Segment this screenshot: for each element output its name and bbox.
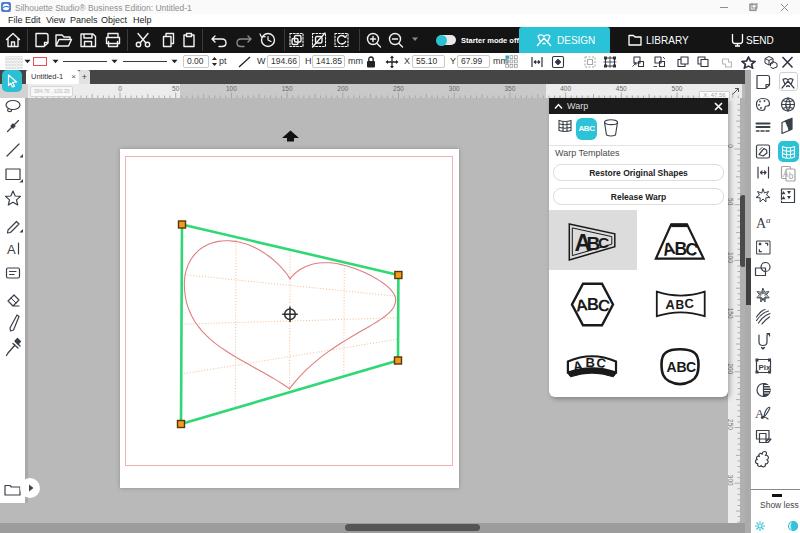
svg-text:400: 400 bbox=[560, 85, 571, 92]
svg-text:A: A bbox=[755, 406, 765, 421]
svg-text:B: B bbox=[676, 298, 685, 312]
svg-text:A: A bbox=[7, 242, 16, 257]
svg-text:C: C bbox=[684, 296, 695, 312]
svg-text:250: 250 bbox=[393, 85, 404, 92]
svg-text:b: b bbox=[789, 171, 794, 181]
svg-text:0: 0 bbox=[118, 85, 122, 92]
svg-text:a: a bbox=[766, 215, 771, 225]
svg-text:50: 50 bbox=[172, 85, 180, 92]
svg-text:500: 500 bbox=[672, 85, 683, 92]
svg-text:A: A bbox=[572, 358, 585, 375]
svg-text:0: 0 bbox=[728, 144, 734, 148]
svg-text:100: 100 bbox=[226, 85, 237, 92]
svg-text:300: 300 bbox=[449, 85, 460, 92]
svg-text:C: C bbox=[684, 238, 701, 260]
svg-text:A: A bbox=[665, 297, 676, 313]
svg-text:100: 100 bbox=[728, 252, 734, 263]
svg-text:300: 300 bbox=[728, 475, 734, 486]
svg-text:C: C bbox=[598, 234, 609, 251]
svg-text:A: A bbox=[667, 359, 677, 375]
svg-text:50: 50 bbox=[728, 198, 734, 206]
svg-text:150: 150 bbox=[282, 85, 293, 92]
svg-text:B: B bbox=[586, 355, 595, 370]
svg-text:C: C bbox=[686, 359, 696, 375]
svg-text:200: 200 bbox=[728, 363, 734, 374]
svg-text:150: 150 bbox=[728, 308, 734, 319]
svg-text:200: 200 bbox=[337, 85, 348, 92]
svg-text:Pix: Pix bbox=[759, 363, 772, 372]
svg-text:450: 450 bbox=[616, 85, 627, 92]
svg-text:250: 250 bbox=[728, 419, 734, 430]
svg-text:350: 350 bbox=[504, 85, 515, 92]
